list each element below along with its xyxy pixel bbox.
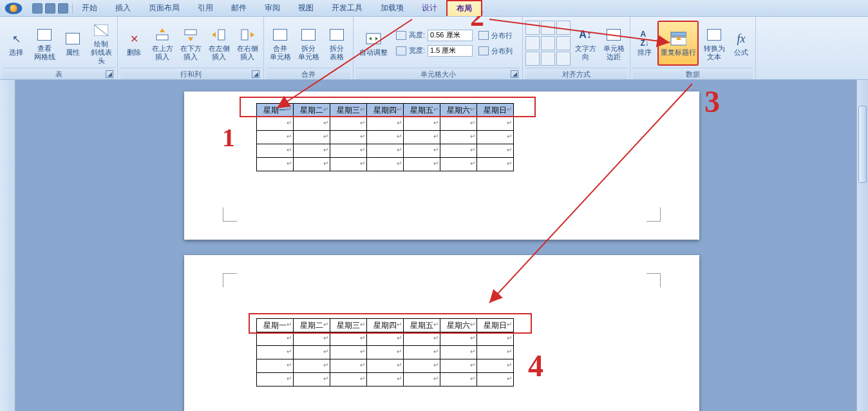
table-cell[interactable]: ↵ [294, 158, 330, 171]
table-cell[interactable]: ↵ [367, 373, 404, 387]
align-br[interactable] [556, 52, 571, 66]
tab-addins[interactable]: 加载项 [372, 0, 413, 16]
table-cell[interactable]: ↵ [257, 346, 294, 359]
table-cell[interactable]: ↵ [440, 117, 477, 131]
table-cell[interactable]: ↵ [404, 346, 440, 359]
table-cell[interactable]: ↵ [477, 332, 514, 346]
table-header-cell[interactable]: 星期一↵ [257, 319, 294, 332]
table-header-cell[interactable]: 星期四↵ [367, 104, 404, 117]
table-cell[interactable]: ↵ [330, 346, 367, 359]
formula-button[interactable]: fx公式 [730, 21, 753, 66]
table-header-cell[interactable]: 星期六↵ [440, 319, 477, 332]
table-cell[interactable]: ↵ [477, 158, 514, 171]
qat-redo[interactable] [58, 3, 68, 14]
cell-margins-button[interactable]: 单元格 边距 [600, 21, 627, 66]
table-cell[interactable]: ↵ [367, 117, 404, 131]
table-1[interactable]: 星期一↵星期二↵星期三↵星期四↵星期五↵星期六↵星期日↵↵↵↵↵↵↵↵↵↵↵↵↵… [256, 103, 514, 171]
table-cell[interactable]: ↵ [367, 346, 404, 359]
table-header-cell[interactable]: 星期五↵ [404, 104, 440, 117]
table-cell[interactable]: ↵ [404, 117, 440, 131]
table-cell[interactable]: ↵ [477, 359, 514, 373]
office-button[interactable] [5, 2, 23, 14]
tab-developer[interactable]: 开发工具 [323, 0, 372, 16]
align-mr[interactable] [556, 36, 571, 50]
table-cell[interactable]: ↵ [330, 117, 367, 131]
table-cell[interactable]: ↵ [294, 373, 330, 387]
group-rows-cols-launcher[interactable]: ◢ [252, 70, 259, 78]
table-cell[interactable]: ↵ [404, 332, 440, 346]
table-header-cell[interactable]: 星期三↵ [330, 104, 367, 117]
merge-cells-button[interactable]: 合并 单元格 [267, 21, 294, 66]
split-table-button[interactable]: 拆分 表格 [323, 21, 350, 66]
tab-references[interactable]: 引用 [189, 0, 222, 16]
table-cell[interactable]: ↵ [294, 117, 330, 131]
distribute-rows-button[interactable]: 分布行 [475, 28, 516, 43]
sort-button[interactable]: AZ↓排序 [633, 21, 656, 66]
convert-to-text-button[interactable]: 转换为文本 [700, 21, 728, 66]
table-cell[interactable]: ↵ [440, 359, 477, 373]
split-cells-button[interactable]: 拆分 单元格 [295, 21, 322, 66]
table-header-cell[interactable]: 星期五↵ [404, 319, 440, 332]
scrollbar-thumb[interactable] [858, 106, 867, 183]
table-cell[interactable]: ↵ [477, 346, 514, 359]
tab-home[interactable]: 开始 [73, 0, 106, 16]
table-header-cell[interactable]: 星期四↵ [367, 319, 404, 332]
align-tc[interactable] [541, 21, 555, 35]
table-cell[interactable]: ↵ [404, 131, 440, 144]
autofit-button[interactable]: 自动调整 [356, 21, 391, 66]
table-cell[interactable]: ↵ [440, 131, 477, 144]
table-cell[interactable]: ↵ [367, 131, 404, 144]
table-cell[interactable]: ↵ [257, 158, 294, 171]
table-cell[interactable]: ↵ [404, 144, 440, 158]
insert-below-button[interactable]: 在下方 插入 [177, 21, 204, 66]
insert-left-button[interactable]: 在左侧 插入 [205, 21, 232, 66]
align-mc[interactable] [541, 36, 555, 50]
table-cell[interactable]: ↵ [477, 373, 514, 387]
select-button[interactable]: ↖选择 [3, 21, 30, 66]
align-tl[interactable] [525, 21, 540, 35]
text-direction-button[interactable]: A↕文字方向 [572, 21, 599, 66]
qat-undo[interactable] [45, 3, 55, 14]
qat-save[interactable] [32, 3, 42, 14]
table-cell[interactable]: ↵ [367, 144, 404, 158]
table-header-cell[interactable]: 星期二↵ [294, 319, 330, 332]
align-ml[interactable] [525, 36, 540, 50]
table-cell[interactable]: ↵ [294, 131, 330, 144]
table-cell[interactable]: ↵ [477, 117, 514, 131]
table-cell[interactable]: ↵ [477, 131, 514, 144]
table-cell[interactable]: ↵ [404, 359, 440, 373]
table-cell[interactable]: ↵ [257, 359, 294, 373]
table-cell[interactable]: ↵ [330, 158, 367, 171]
tab-design[interactable]: 设计 [413, 0, 446, 16]
table-cell[interactable]: ↵ [440, 144, 477, 158]
table-cell[interactable]: ↵ [257, 144, 294, 158]
group-cell-size-launcher[interactable]: ◢ [511, 70, 518, 78]
table-cell[interactable]: ↵ [440, 158, 477, 171]
tab-layout[interactable]: 布局 [446, 0, 482, 16]
table-cell[interactable]: ↵ [330, 373, 367, 387]
distribute-cols-button[interactable]: 分布列 [475, 44, 516, 58]
table-cell[interactable]: ↵ [330, 359, 367, 373]
tab-view[interactable]: 视图 [289, 0, 323, 16]
table-header-cell[interactable]: 星期六↵ [440, 104, 477, 117]
table-cell[interactable]: ↵ [440, 373, 477, 387]
tab-review[interactable]: 审阅 [256, 0, 289, 16]
table-header-cell[interactable]: 星期日↵ [477, 104, 514, 117]
table-cell[interactable]: ↵ [257, 332, 294, 346]
table-cell[interactable]: ↵ [367, 158, 404, 171]
table-cell[interactable]: ↵ [257, 131, 294, 144]
repeat-header-button[interactable]: 重复标题行 [657, 21, 699, 66]
insert-right-button[interactable]: 在右侧 插入 [234, 21, 261, 66]
table-cell[interactable]: ↵ [330, 131, 367, 144]
align-bl[interactable] [525, 52, 540, 66]
draw-diagonal-button[interactable]: 绘制 斜线表头 [88, 21, 115, 66]
view-gridlines-button[interactable]: 查看 网格线 [31, 21, 58, 66]
align-tr[interactable] [556, 21, 571, 35]
table-cell[interactable]: ↵ [404, 158, 440, 171]
table-cell[interactable]: ↵ [330, 332, 367, 346]
properties-button[interactable]: 属性 [59, 21, 86, 66]
table-cell[interactable]: ↵ [294, 144, 330, 158]
table-cell[interactable]: ↵ [440, 332, 477, 346]
table-cell[interactable]: ↵ [294, 332, 330, 346]
width-input[interactable]: 1.5 厘米 [428, 45, 473, 57]
